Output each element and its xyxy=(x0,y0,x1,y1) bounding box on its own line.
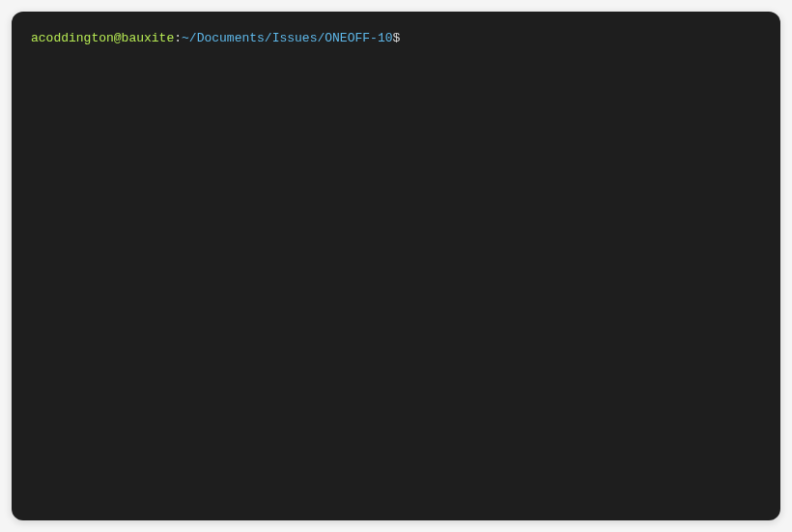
prompt-separator: : xyxy=(174,31,182,45)
terminal-prompt-line: acoddington@bauxite:~/Documents/Issues/O… xyxy=(31,29,761,48)
command-input[interactable] xyxy=(400,31,690,45)
prompt-user-host: acoddington@bauxite xyxy=(31,31,174,45)
prompt-symbol: $ xyxy=(392,31,400,45)
prompt-path: ~/Documents/Issues/ONEOFF-10 xyxy=(182,31,392,45)
terminal-window[interactable]: acoddington@bauxite:~/Documents/Issues/O… xyxy=(12,12,780,520)
